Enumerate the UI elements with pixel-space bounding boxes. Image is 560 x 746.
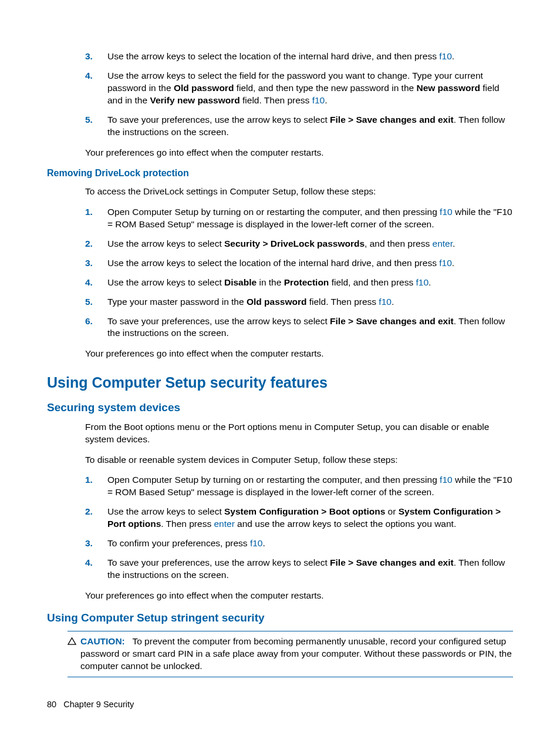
paragraph: Your preferences go into effect when the… — [85, 348, 513, 360]
chapter-label: Chapter 9 Security — [63, 700, 134, 709]
paragraph: Your preferences go into effect when the… — [85, 147, 513, 159]
key-f10: f10 — [440, 475, 453, 485]
list-item: 1. Open Computer Setup by turning on or … — [85, 206, 513, 231]
step-number: 1. — [85, 474, 107, 486]
list-item: 4. Use the arrow keys to select Disable … — [85, 277, 513, 289]
list-item: 2. Use the arrow keys to select Security… — [85, 238, 513, 250]
step-text: Use the arrow keys to select the locatio… — [107, 51, 513, 63]
paragraph: To disable or reenable system devices in… — [85, 454, 513, 466]
page-footer: 80 Chapter 9 Security — [47, 699, 134, 711]
step-number: 6. — [85, 315, 107, 328]
page-number: 80 — [47, 700, 56, 709]
step-text: To save your preferences, use the arrow … — [107, 114, 513, 139]
list-item: 1. Open Computer Setup by turning on or … — [85, 474, 513, 499]
list-item: 3. Use the arrow keys to select the loca… — [85, 257, 513, 270]
key-f10: f10 — [439, 51, 452, 61]
list-item: 6. To save your preferences, use the arr… — [85, 315, 513, 340]
list-item: 2. Use the arrow keys to select System C… — [85, 506, 513, 530]
step-number: 2. — [85, 238, 107, 250]
step-text: To save your preferences, use the arrow … — [107, 557, 513, 582]
step-number: 4. — [85, 70, 107, 82]
step-text: Use the arrow keys to select the locatio… — [107, 257, 513, 270]
key-f10: f10 — [312, 95, 325, 105]
paragraph: From the Boot options menu or the Port o… — [85, 421, 513, 446]
key-f10: f10 — [439, 258, 452, 268]
step-list-securing: 1. Open Computer Setup by turning on or … — [85, 474, 513, 581]
key-f10: f10 — [250, 538, 263, 548]
heading-using-security-features: Using Computer Setup security features — [47, 373, 513, 393]
step-number: 2. — [85, 506, 107, 518]
step-text: Use the arrow keys to select the field f… — [107, 70, 513, 107]
key-f10: f10 — [416, 277, 429, 287]
list-item: 5. Type your master password in the Old … — [85, 296, 513, 308]
step-text: Open Computer Setup by turning on or res… — [107, 474, 513, 499]
step-text: To confirm your preferences, press f10. — [107, 537, 513, 550]
step-number: 3. — [85, 257, 107, 270]
key-enter: enter — [214, 519, 234, 529]
step-text: To save your preferences, use the arrow … — [107, 315, 513, 340]
step-number: 5. — [85, 296, 107, 308]
step-number: 4. — [85, 277, 107, 289]
step-text: Type your master password in the Old pas… — [107, 296, 513, 308]
list-item: 4. Use the arrow keys to select the fiel… — [85, 70, 513, 107]
paragraph: To access the DriveLock settings in Comp… — [85, 186, 513, 198]
step-list-removing: 1. Open Computer Setup by turning on or … — [85, 206, 513, 340]
step-number: 4. — [85, 557, 107, 569]
step-text: Use the arrow keys to select Security > … — [107, 238, 513, 250]
heading-stringent-security: Using Computer Setup stringent security — [47, 610, 513, 626]
heading-securing-system-devices: Securing system devices — [47, 400, 513, 415]
step-number: 3. — [85, 537, 107, 550]
caution-box: CAUTION: To prevent the computer from be… — [68, 631, 513, 677]
list-item: 3. Use the arrow keys to select the loca… — [85, 51, 513, 63]
heading-removing-drivelock: Removing DriveLock protection — [47, 167, 513, 180]
list-item: 3. To confirm your preferences, press f1… — [85, 537, 513, 550]
step-text: Use the arrow keys to select Disable in … — [107, 277, 513, 289]
list-item: 5. To save your preferences, use the arr… — [85, 114, 513, 139]
step-text: Use the arrow keys to select System Conf… — [107, 506, 513, 530]
key-enter: enter — [433, 238, 453, 248]
step-number: 5. — [85, 114, 107, 126]
step-text: Open Computer Setup by turning on or res… — [107, 206, 513, 231]
step-number: 3. — [85, 51, 107, 63]
list-item: 4. To save your preferences, use the arr… — [85, 557, 513, 582]
paragraph: Your preferences go into effect when the… — [85, 590, 513, 602]
step-number: 1. — [85, 206, 107, 219]
step-list-top: 3. Use the arrow keys to select the loca… — [85, 51, 513, 139]
caution-icon — [68, 636, 80, 648]
key-f10: f10 — [440, 207, 453, 217]
caution-text: CAUTION: To prevent the computer from be… — [80, 636, 513, 673]
key-f10: f10 — [379, 297, 392, 307]
